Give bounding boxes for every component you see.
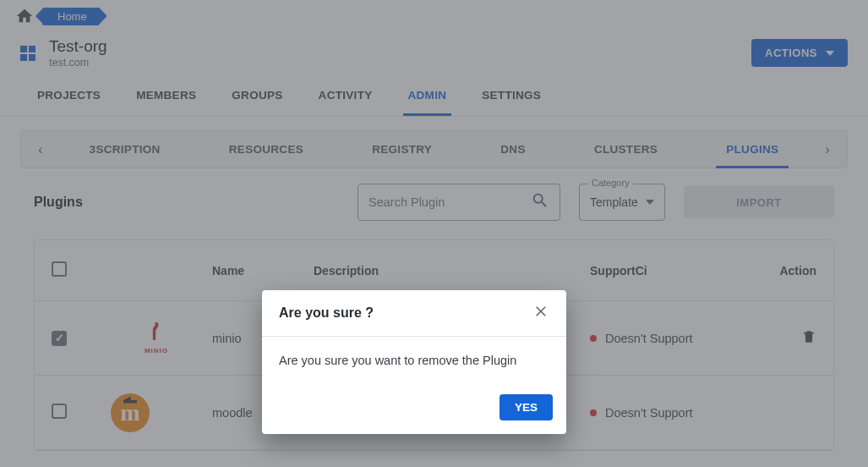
dialog-title: Are you sure ? [279, 305, 374, 321]
dialog-body: Are you sure you want to remove the Plug… [262, 337, 566, 384]
close-icon[interactable] [534, 304, 549, 322]
confirm-dialog: Are you sure ? Are you sure you want to … [262, 290, 566, 434]
confirm-yes-button[interactable]: YES [500, 394, 553, 420]
